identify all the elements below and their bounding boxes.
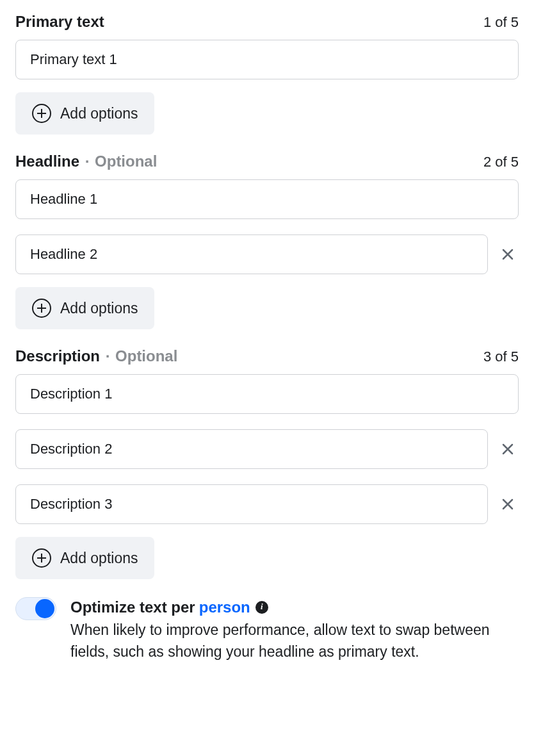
primary-text-section: Primary text 1 of 5 Add options: [15, 13, 519, 135]
section-header: Headline · Optional 2 of 5: [15, 152, 519, 170]
headline-input-row-1: [15, 179, 519, 219]
optimize-text-block: Optimize text per person i When likely t…: [70, 597, 519, 662]
plus-circle-icon: [32, 299, 51, 318]
section-title: Description · Optional: [15, 347, 177, 365]
description-input-row-1: [15, 374, 519, 414]
description-add-options-button[interactable]: Add options: [15, 537, 154, 579]
headline-input-row-2: [15, 234, 519, 274]
plus-circle-icon: [32, 548, 51, 568]
description-section: Description · Optional 3 of 5 Add option…: [15, 347, 519, 579]
optimize-person-link[interactable]: person: [199, 597, 250, 617]
section-title: Primary text: [15, 13, 104, 31]
toggle-knob: [35, 599, 54, 618]
info-icon[interactable]: i: [255, 601, 268, 614]
headline-remove-button-2[interactable]: [497, 243, 519, 265]
primary-text-input-1[interactable]: [15, 40, 519, 79]
optimize-description: When likely to improve performance, allo…: [70, 620, 519, 662]
plus-circle-icon: [32, 104, 51, 123]
optional-label: Optional: [95, 152, 157, 170]
close-icon: [501, 443, 514, 456]
headline-input-2[interactable]: [15, 234, 488, 274]
headline-counter: 2 of 5: [483, 154, 519, 170]
primary-text-counter: 1 of 5: [483, 14, 519, 31]
optimize-title-prefix: Optimize text per: [70, 597, 195, 617]
optimize-toggle[interactable]: [15, 597, 56, 620]
section-title: Headline · Optional: [15, 152, 157, 170]
description-input-row-3: [15, 484, 519, 524]
add-options-label: Add options: [60, 300, 138, 317]
description-input-2[interactable]: [15, 429, 488, 469]
description-title-label: Description: [15, 347, 100, 365]
add-options-label: Add options: [60, 105, 138, 122]
description-input-1[interactable]: [15, 374, 519, 414]
close-icon: [501, 248, 514, 261]
description-remove-button-3[interactable]: [497, 493, 519, 515]
optimize-title: Optimize text per person i: [70, 597, 519, 617]
description-input-3[interactable]: [15, 484, 488, 524]
optimize-toggle-section: Optimize text per person i When likely t…: [15, 597, 519, 662]
headline-section: Headline · Optional 2 of 5 Add options: [15, 152, 519, 329]
description-input-row-2: [15, 429, 519, 469]
headline-title-label: Headline: [15, 152, 79, 170]
add-options-label: Add options: [60, 550, 138, 567]
primary-text-title-label: Primary text: [15, 13, 104, 30]
primary-text-input-row: [15, 40, 519, 79]
section-header: Primary text 1 of 5: [15, 13, 519, 31]
close-icon: [501, 498, 514, 511]
optional-label: Optional: [115, 347, 177, 365]
separator-dot: ·: [106, 347, 110, 365]
headline-add-options-button[interactable]: Add options: [15, 287, 154, 329]
section-header: Description · Optional 3 of 5: [15, 347, 519, 365]
headline-input-1[interactable]: [15, 179, 519, 219]
separator-dot: ·: [85, 152, 90, 170]
description-counter: 3 of 5: [483, 349, 519, 365]
primary-text-add-options-button[interactable]: Add options: [15, 92, 154, 135]
description-remove-button-2[interactable]: [497, 438, 519, 460]
